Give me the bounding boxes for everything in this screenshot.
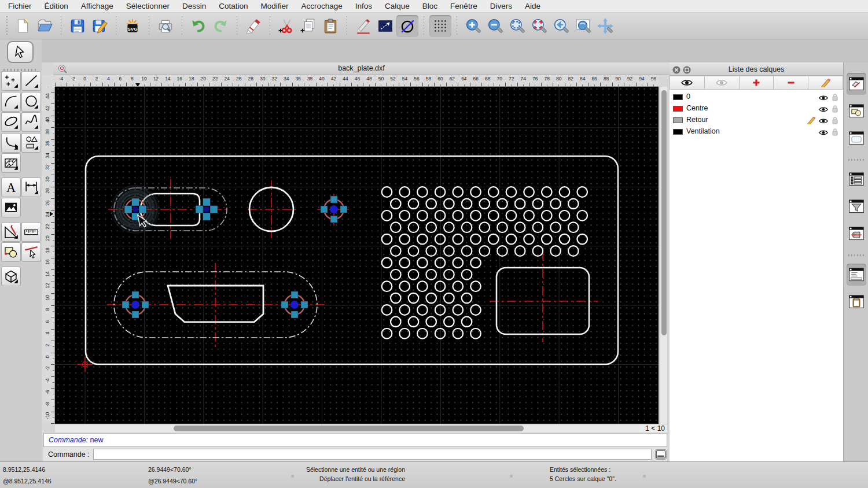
tool-ellipse[interactable] — [1, 112, 21, 132]
layer-visibility-eye-icon[interactable] — [819, 93, 828, 101]
redo-button[interactable] — [209, 15, 231, 37]
tool-polyline[interactable] — [1, 133, 21, 153]
menu-bloc[interactable]: Bloc — [422, 2, 437, 10]
menu-accrochage[interactable]: Accrochage — [301, 2, 342, 10]
menu-divers[interactable]: Divers — [490, 2, 512, 10]
layer-lock-icon[interactable] — [832, 116, 838, 124]
undo-button[interactable] — [187, 15, 209, 37]
zoom-pan-button[interactable] — [594, 15, 616, 37]
horizontal-scrollbar[interactable] — [55, 424, 639, 432]
dock-entity-list-button[interactable] — [847, 168, 866, 190]
dock-library-button[interactable] — [847, 127, 866, 149]
edit-pencil-button[interactable] — [352, 15, 374, 37]
svg-export-button[interactable]: SVG — [122, 15, 144, 37]
layer-toolbar-add-layer[interactable] — [740, 76, 774, 90]
layer-visibility-eye-icon[interactable] — [819, 105, 828, 113]
selection-handle — [139, 206, 146, 213]
layer-toolbar-edit-layer[interactable] — [808, 76, 843, 90]
menu-modifier[interactable]: Modifier — [260, 2, 288, 10]
drawing-canvas[interactable] — [55, 87, 659, 424]
menu--dition[interactable]: Édition — [45, 2, 68, 10]
tool-text[interactable]: A — [1, 178, 21, 197]
grid-toggle-button[interactable] — [429, 15, 451, 37]
line-tool-button[interactable] — [374, 15, 396, 37]
menu-cotation[interactable]: Cotation — [219, 2, 248, 10]
tool-arc[interactable] — [1, 92, 21, 112]
ventilation-hole — [399, 210, 410, 221]
dock-clipboard-notes-button[interactable] — [847, 291, 866, 313]
layer-lock-icon[interactable] — [832, 128, 838, 136]
menu-aide[interactable]: Aide — [525, 2, 540, 10]
layer-row-0[interactable]: 0 — [670, 91, 843, 103]
document-title-bar[interactable]: back_plate.dxf — [53, 62, 670, 75]
center-reference-dot — [131, 301, 139, 309]
layer-lock-icon[interactable] — [832, 105, 838, 113]
tool-points[interactable] — [1, 71, 21, 91]
dock-filter-button[interactable] — [847, 195, 866, 217]
zoom-previous-button[interactable] — [550, 15, 572, 37]
zoom-window-button[interactable] — [572, 15, 594, 37]
vertical-scrollbar[interactable] — [660, 87, 667, 424]
toolbar-drag-handle[interactable] — [5, 16, 9, 36]
menu-fen-tre[interactable]: Fenêtre — [450, 2, 477, 10]
menu-fichier[interactable]: Fichier — [8, 2, 32, 10]
zoom-out-button[interactable] — [484, 15, 506, 37]
tool-image[interactable] — [1, 198, 21, 217]
menu-calque[interactable]: Calque — [385, 2, 410, 10]
save-button[interactable] — [67, 15, 89, 37]
ruler-v-label: 42 — [45, 103, 50, 113]
tool-measure[interactable] — [21, 222, 41, 242]
layer-lock-icon[interactable] — [832, 93, 838, 101]
tool-hatch[interactable] — [1, 153, 21, 173]
status-separator-dot — [510, 475, 513, 478]
tool-solid[interactable] — [1, 267, 21, 286]
layer-toolbar-hide-all-eye[interactable] — [705, 76, 740, 90]
delete-button[interactable] — [242, 15, 264, 37]
layer-row-ventilation[interactable]: Ventilation — [670, 126, 843, 138]
dock-block-list-button[interactable] — [847, 100, 866, 122]
tool-dimension[interactable] — [21, 178, 41, 197]
menu-affichage[interactable]: Affichage — [81, 2, 113, 10]
dock-plugin-button[interactable] — [847, 223, 866, 245]
layer-toolbar-remove-layer[interactable] — [774, 76, 808, 90]
open-file-button[interactable] — [34, 15, 56, 37]
layer-row-retour[interactable]: Retour — [670, 114, 843, 126]
dock-layer-list-button[interactable] — [847, 73, 866, 95]
ventilation-hole — [391, 246, 401, 256]
line-tool-icon — [377, 18, 393, 34]
layer-toolbar-show-all-eye[interactable] — [670, 76, 705, 90]
cut-button[interactable] — [275, 15, 297, 37]
print-preview-button[interactable] — [155, 15, 176, 37]
tool-select-entity[interactable] — [21, 242, 41, 262]
menu-infos[interactable]: Infos — [355, 2, 372, 10]
svg-text:SVG: SVG — [127, 26, 137, 31]
circle-tool-button[interactable] — [396, 15, 418, 37]
layer-visibility-eye-icon[interactable] — [819, 116, 828, 124]
command-input[interactable] — [93, 449, 652, 460]
copy-button[interactable] — [297, 15, 319, 37]
zoom-in-button[interactable] — [462, 15, 484, 37]
dock-command-widget-button[interactable] — [847, 264, 866, 286]
ruler-v-label: 14 — [45, 269, 50, 279]
tool-modify[interactable] — [1, 222, 21, 242]
selection-tool-button[interactable] — [7, 41, 34, 63]
paste-button[interactable] — [319, 15, 341, 37]
command-options-button[interactable] — [655, 449, 667, 460]
layer-visibility-eye-icon[interactable] — [819, 128, 828, 136]
horizontal-scrollbar-thumb[interactable] — [174, 426, 524, 431]
menu-s-lectionner[interactable]: Sélectionner — [126, 2, 170, 10]
save-as-button[interactable] — [89, 15, 111, 37]
menu-dessin[interactable]: Dessin — [182, 2, 206, 10]
copy-icon — [300, 18, 317, 34]
tool-spline[interactable] — [21, 112, 41, 132]
vertical-scrollbar-thumb[interactable] — [661, 90, 667, 335]
layer-row-centre[interactable]: Centre — [670, 103, 843, 114]
hint-line-2: Déplacer l'entité ou la référence — [231, 475, 405, 482]
tool-shapes[interactable] — [21, 133, 41, 153]
tool-blocks[interactable] — [1, 242, 21, 262]
tool-circle[interactable] — [21, 92, 41, 112]
tool-line[interactable] — [21, 71, 41, 91]
zoom-selection-button[interactable] — [528, 15, 550, 37]
new-file-button[interactable] — [12, 15, 34, 37]
zoom-auto-button[interactable] — [506, 15, 528, 37]
